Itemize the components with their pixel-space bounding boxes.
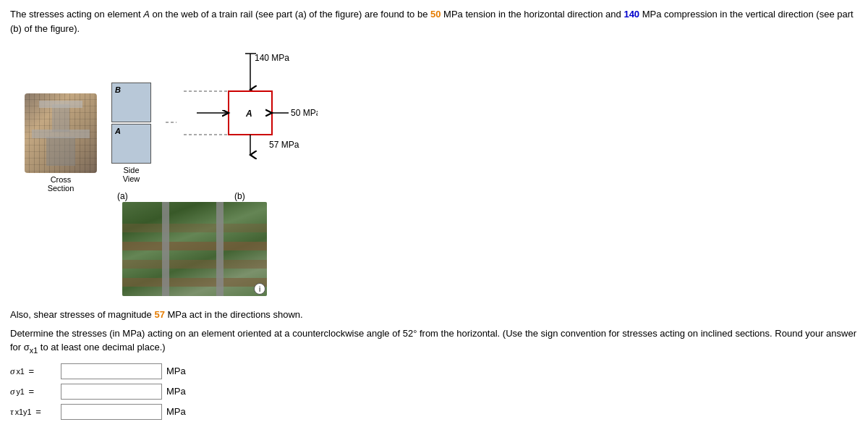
rail-track-photo: i [122,202,267,296]
svg-rect-2 [52,104,69,132]
tau-x1y1-subscript: x1y1 [15,408,32,416]
svg-rect-0 [46,137,75,166]
tau-x1y1-mpa: MPa [166,406,186,417]
svg-rect-18 [122,242,267,250]
element-name: A [143,9,150,20]
sigma-x1-label: σx1 = [10,366,61,377]
sigma-x1-mpa: MPa [166,366,186,376]
svg-rect-19 [122,260,267,269]
determine-suffix: to at least one decimal place.) [38,342,165,353]
rail-photo-container: CrossSection [25,64,97,193]
cross-section-label: CrossSection [25,175,97,193]
svg-rect-20 [122,278,267,287]
stress-diagram-container: 140 MPa A 50 MPa 57 MPa [184,46,318,197]
input-section: σx1 = MPa σy1 = MPa τx1y1 = MPa [10,363,858,420]
intro-part2: on the web of a train rail (see part (a)… [150,9,430,20]
also-text: Also, shear stresses of magnitude 57 MPa… [10,308,858,322]
part-a-label: (a) [117,191,128,201]
sigma-x1-symbol: σ [10,366,14,377]
side-view-label: SideView [111,166,151,183]
shear-value: 57 [154,309,164,320]
sigma-y1-subscript: y1 [16,387,24,396]
problem-container: The stresses acting on element A on the … [10,7,858,422]
sigma-y1-symbol: σ [10,386,14,397]
also-prefix: Also, shear stresses of magnitude [10,309,154,320]
svg-rect-22 [162,202,169,296]
sigma-y1-label: σy1 = [10,386,61,397]
figure-wrapper: CrossSection B A SideView 140 MPa [10,43,314,303]
determine-sub: x1 [30,346,38,355]
sigma-x1-input[interactable] [61,363,162,379]
intro-part1: The stresses acting on element [10,9,143,20]
problem-intro-text: The stresses acting on element A on the … [10,7,858,35]
determine-text: Determine the stresses (in MPa) acting o… [10,326,858,356]
svg-text:A: A [245,109,252,119]
svg-text:57 MPa: 57 MPa [269,140,299,150]
rail-photo [25,93,97,173]
stress-diagram-svg: 140 MPa A 50 MPa 57 MPa [184,46,318,195]
part-b-label: (b) [234,191,245,201]
svg-text:140 MPa: 140 MPa [255,53,289,63]
shear-unit: MPa act in the directions shown. [165,309,303,320]
compression-value: 140 [624,9,639,20]
tau-x1y1-equals: = [33,406,41,417]
sigma-x1-equals: = [26,366,34,376]
svg-rect-3 [39,101,82,108]
sigma-y1-row: σy1 = MPa [10,384,858,400]
svg-rect-23 [216,202,224,296]
tau-x1y1-input[interactable] [61,404,162,420]
tension-value: 50 [430,9,441,20]
sigma-x1-row: σx1 = MPa [10,363,858,379]
sigma-y1-input[interactable] [61,384,162,400]
tau-x1y1-symbol: τ [10,406,14,418]
sigma-x1-subscript: x1 [16,367,24,376]
tension-unit: MPa tension in the horizontal direction … [441,9,624,20]
sigma-y1-mpa: MPa [166,386,186,397]
tau-x1y1-row: τx1y1 = MPa [10,404,858,420]
sigma-y1-equals: = [26,386,34,397]
svg-text:50 MPa: 50 MPa [291,108,318,118]
tau-x1y1-label: τx1y1 = [10,406,61,418]
svg-rect-21 [122,224,267,232]
info-icon[interactable]: i [254,283,265,295]
